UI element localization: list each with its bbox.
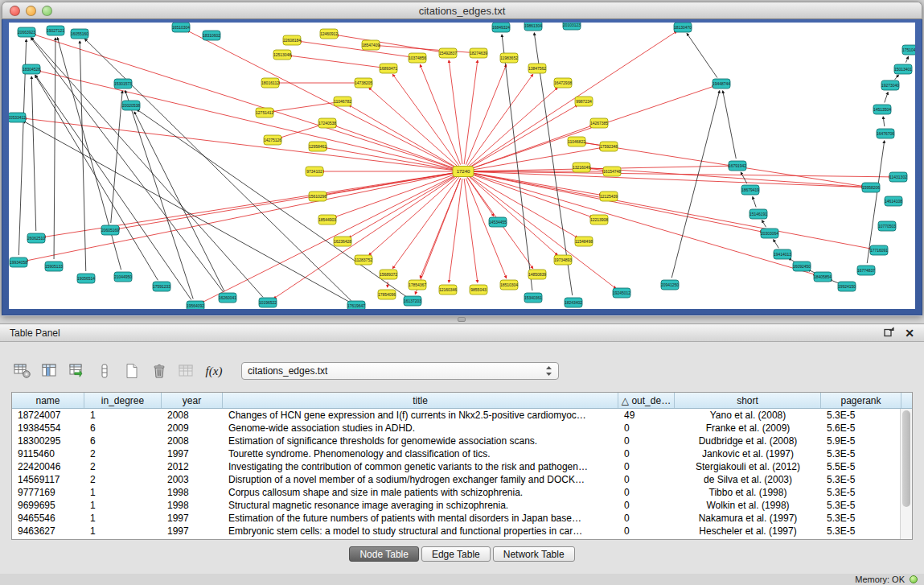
table-cell[interactable]: 2 [84,447,162,460]
table-cell[interactable]: 0 [618,499,675,512]
graph-node[interactable]: 18547409 [362,40,380,50]
graph-node[interactable]: 15610296 [309,192,326,201]
network-window-titlebar[interactable]: citations_edges.txt [2,2,922,19]
graph-edge[interactable] [467,177,494,216]
table-row[interactable]: 977716911998Corpus callosum shape and si… [12,486,912,499]
table-cell[interactable]: 0 [618,460,675,473]
graph-node[interactable]: 19861304 [524,23,542,31]
table-row[interactable]: 911546021997Tourette syndrome. Phenomeno… [12,447,912,460]
graph-node[interactable]: 15905133 [45,262,63,271]
graph-node[interactable]: 18544903 [318,215,336,225]
table-cell[interactable]: 5.3E-5 [821,473,901,486]
table-cell[interactable]: Estimation of significance thresholds fo… [223,435,618,447]
float-panel-icon[interactable] [884,327,895,340]
graph-node[interactable]: 26062510 [27,233,45,243]
graph-edge[interactable] [906,56,908,62]
table-cell[interactable]: 1998 [162,486,223,499]
column-header-5[interactable]: short [675,393,821,408]
table-cell[interactable]: 1 [84,409,162,422]
table-cell[interactable]: 9465546 [12,512,84,525]
graph-edge[interactable] [671,91,720,278]
delete-column-icon[interactable] [148,360,170,381]
graph-node[interactable]: 11046782 [334,97,351,106]
graph-node[interactable]: 14513504 [873,105,891,114]
graph-node[interactable]: 11283752 [355,255,372,265]
table-cell[interactable]: 0 [618,422,675,435]
table-cell[interactable]: 6 [84,435,162,447]
graph-node[interactable]: 17591233 [153,282,170,291]
graph-node[interactable]: 16791942 [729,161,746,171]
table-cell[interactable]: Franke et al. (2009) [675,422,821,435]
graph-node[interactable]: 20533412 [9,113,26,122]
graph-node[interactable]: 17510461 [902,45,915,55]
graph-node[interactable]: 16849324 [492,23,510,32]
table-cell[interactable]: 0 [618,435,675,447]
graph-node[interactable]: 19056514 [77,274,95,283]
table-cell[interactable]: 0 [618,525,675,538]
table-cell[interactable]: 5.3E-5 [821,447,901,460]
graph-node[interactable]: 13847562 [528,64,546,73]
table-row[interactable]: 2242004622012Investigating the contribut… [12,460,912,473]
graph-node[interactable]: 19245012 [613,288,630,298]
graph-node[interactable]: 20663923 [18,27,35,37]
table-cell[interactable]: 5.3E-5 [821,486,901,499]
table-row[interactable]: 1872400712008Changes of HCN gene express… [12,409,912,422]
graph-node[interactable]: 19934058 [10,257,27,267]
graph-node[interactable]: 15013401 [894,64,912,74]
graph-node[interactable]: 19414013 [774,249,791,259]
table-cell[interactable]: Embryonic stem cells: a model to study s… [223,525,618,538]
table-cell[interactable]: 9777169 [12,486,84,499]
graph-node[interactable]: 19734893 [554,255,572,265]
table-cell[interactable]: Tibbo et al. (1998) [675,486,821,499]
graph-edge[interactable] [762,220,766,227]
table-cell[interactable]: 1 [84,512,162,525]
table-cell[interactable]: Genome-wide association studies in ADHD. [223,422,618,435]
scrollbar-thumb[interactable] [902,410,910,507]
tab-edge-table[interactable]: Edge Table [421,546,491,562]
graph-edge[interactable] [467,74,532,165]
graph-edge[interactable] [125,91,193,299]
graph-edge[interactable] [388,282,388,287]
column-header-0[interactable]: name [12,393,84,408]
graph-node[interactable]: 20605169 [101,225,119,235]
column-header-1[interactable]: in_degree [84,393,162,408]
graph-node[interactable]: 12513048 [273,50,291,60]
graph-node[interactable]: 11548498 [575,237,593,246]
table-cell[interactable]: Disruption of a novel member of a sodium… [223,473,618,486]
graph-edge[interactable] [883,117,885,126]
graph-edge[interactable] [23,121,350,302]
graph-node[interactable]: 20303064 [761,229,778,238]
table-cell[interactable]: 49 [618,409,675,422]
table-mode-icon[interactable] [11,360,34,381]
close-panel-icon[interactable]: ✕ [905,328,914,338]
table-cell[interactable]: 9115460 [12,447,84,460]
table-cell[interactable]: 19384554 [12,422,84,435]
table-cell[interactable]: 5.3E-5 [821,409,901,422]
table-cell[interactable]: 2012 [162,460,223,473]
table-cell[interactable]: 5.6E-5 [821,422,901,435]
graph-node[interactable]: 18510304 [500,280,518,290]
table-row[interactable]: 1456911722003Disruption of a novel membe… [12,473,912,486]
graph-node[interactable]: 12460912 [320,29,338,39]
table-cell[interactable]: 2003 [162,473,223,486]
table-cell[interactable]: Changes of HCN gene expression and I(f) … [223,409,618,422]
graph-node[interactable]: 16893471 [380,64,397,73]
table-cell[interactable]: 2008 [162,435,223,447]
graph-node[interactable]: 16055160 [71,29,88,39]
graph-node[interactable]: 21044950 [114,272,132,282]
graph-edge[interactable] [464,60,478,164]
graph-node[interactable]: 15492837 [439,48,457,58]
table-cell[interactable]: Structural magnetic resonance image aver… [223,499,618,512]
graph-node[interactable]: 13216049 [573,163,590,172]
graph-edge[interactable] [272,102,335,111]
zoom-window-button[interactable] [42,6,52,16]
graph-node[interactable]: 17854096 [378,290,396,299]
graph-edge[interactable] [741,172,747,183]
graph-node[interactable]: 16260041 [219,293,236,303]
graph-node-hub[interactable]: 17240 [453,167,474,177]
graph-edge[interactable] [470,31,677,167]
table-cell[interactable]: 0 [618,447,675,460]
import-table-icon[interactable] [66,360,88,381]
graph-node[interactable]: 17716091 [870,245,888,255]
show-columns-icon[interactable] [39,360,61,381]
